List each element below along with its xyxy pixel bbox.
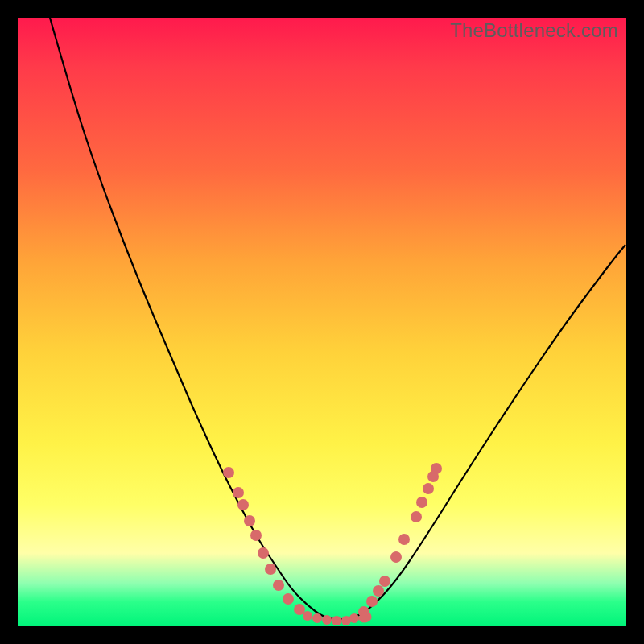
marker-dot: [250, 530, 262, 541]
marker-dot: [244, 515, 255, 526]
marker-dot: [366, 596, 378, 607]
marker-dot: [273, 580, 284, 591]
marker-dot: [411, 511, 422, 522]
chart-plot-area: TheBottleneck.com: [18, 18, 626, 626]
marker-dot: [322, 615, 332, 625]
marker-dot: [258, 547, 269, 559]
marker-dot: [283, 593, 294, 605]
marker-dot: [237, 499, 249, 510]
marker-dot: [423, 483, 434, 494]
marker-dot: [373, 585, 384, 597]
marker-dot: [332, 616, 341, 625]
markers-trough: [303, 611, 359, 625]
marker-dot: [416, 497, 427, 508]
marker-dot: [431, 463, 442, 474]
marker-dot: [303, 611, 312, 621]
markers-left-branch: [223, 467, 305, 615]
marker-dot: [398, 534, 410, 545]
marker-dot: [379, 576, 390, 587]
chart-frame: TheBottleneck.com: [0, 0, 644, 644]
marker-dot: [223, 467, 234, 478]
markers-right-branch: [358, 463, 442, 617]
marker-dot: [390, 551, 402, 563]
marker-dot: [265, 564, 276, 575]
marker-dot: [233, 487, 244, 498]
bottleneck-curve: [50, 18, 625, 619]
marker-dot: [312, 613, 322, 623]
chart-svg: [18, 18, 626, 626]
marker-dot: [349, 613, 359, 623]
